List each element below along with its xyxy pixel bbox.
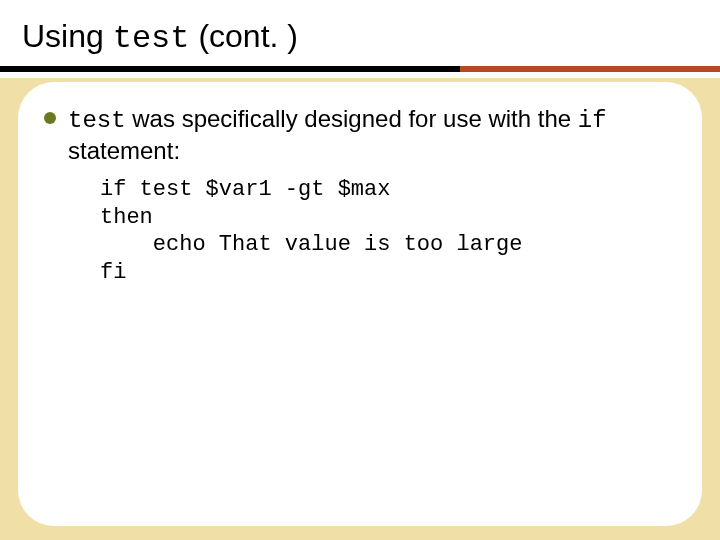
slide: Using test (cont. ) test was specificall… xyxy=(0,0,720,540)
bullet-icon xyxy=(44,112,56,124)
code-line-1: if test $var1 -gt $max xyxy=(100,177,390,202)
code-line-2: then xyxy=(100,205,153,230)
bullet-code1: test xyxy=(68,107,126,134)
title-post: (cont. ) xyxy=(190,18,298,54)
slide-title: Using test (cont. ) xyxy=(22,18,298,57)
code-line-3: echo That value is too large xyxy=(100,232,522,257)
bullet-tail: statement: xyxy=(68,137,180,164)
code-block: if test $var1 -gt $max then echo That va… xyxy=(100,176,676,286)
bullet-mid: was specifically designed for use with t… xyxy=(126,105,578,132)
code-line-4: fi xyxy=(100,260,126,285)
divider-accent xyxy=(460,66,720,72)
bullet-row: test was specifically designed for use w… xyxy=(44,104,676,166)
bullet-code2: if xyxy=(578,107,607,134)
content-box: test was specifically designed for use w… xyxy=(18,82,702,526)
title-pre: Using xyxy=(22,18,113,54)
bullet-text: test was specifically designed for use w… xyxy=(68,104,676,166)
title-code: test xyxy=(113,20,190,57)
